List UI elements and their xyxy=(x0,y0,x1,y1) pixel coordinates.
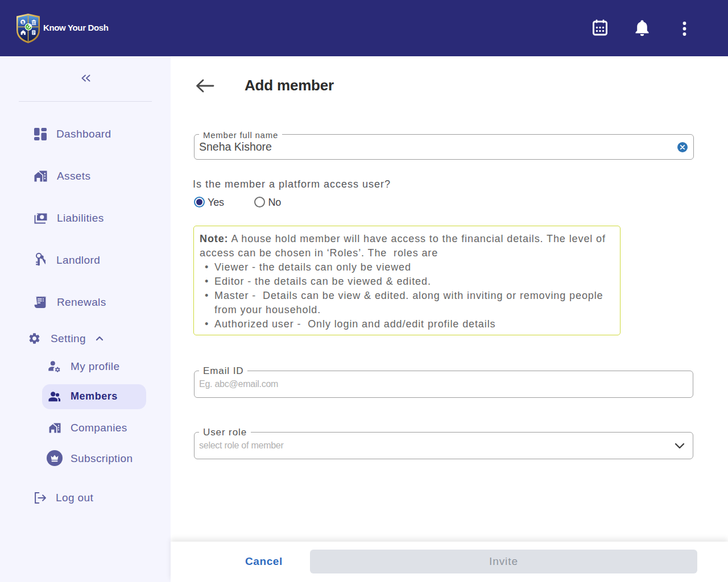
svg-text:$: $ xyxy=(22,20,24,25)
